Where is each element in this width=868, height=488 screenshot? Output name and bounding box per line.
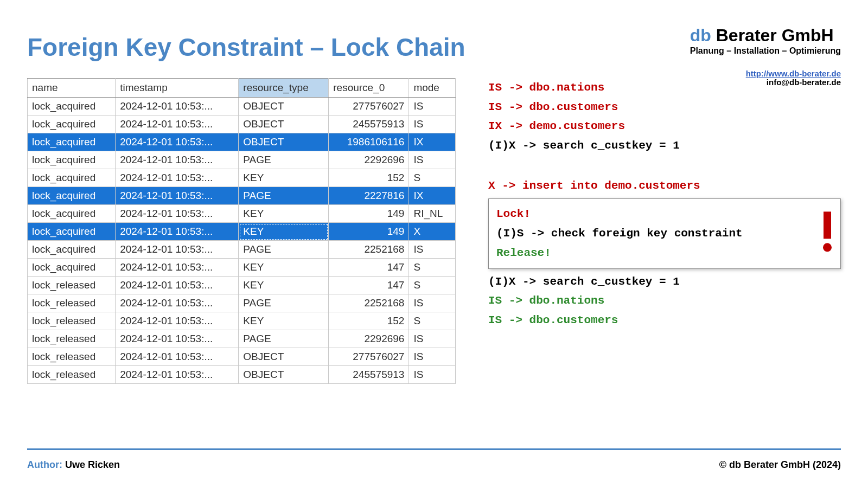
- cell-resource-type: OBJECT: [239, 115, 329, 133]
- cell-name: lock_released: [28, 312, 116, 330]
- lock-label: Lock!: [496, 204, 833, 224]
- cell-resource-0: 245575913: [329, 366, 409, 384]
- cell-name: lock_acquired: [28, 259, 116, 277]
- table-row[interactable]: lock_released2024-12-01 10:53:...OBJECT2…: [28, 348, 456, 366]
- exclamation-icon: [823, 211, 832, 252]
- cell-mode: IS: [409, 366, 456, 384]
- cell-name: lock_acquired: [28, 223, 116, 241]
- cell-mode: IX: [409, 133, 456, 151]
- explain-line: (I)X -> search c_custkey = 1: [488, 272, 841, 292]
- release-label: Release!: [496, 243, 833, 263]
- cell-resource-0: 245575913: [329, 115, 409, 133]
- table-row[interactable]: lock_released2024-12-01 10:53:...KEY147S: [28, 277, 456, 294]
- cell-timestamp: 2024-12-01 10:53:...: [116, 312, 239, 330]
- table-row[interactable]: lock_released2024-12-01 10:53:...OBJECT2…: [28, 366, 456, 384]
- table-body: lock_acquired2024-12-01 10:53:...OBJECT2…: [28, 98, 456, 384]
- cell-mode: IS: [409, 348, 456, 366]
- cell-mode: S: [409, 277, 456, 294]
- cell-resource-type: OBJECT: [239, 348, 329, 366]
- branding-rest: Berater GmbH: [711, 25, 834, 45]
- table-row[interactable]: lock_released2024-12-01 10:53:...PAGE225…: [28, 294, 456, 312]
- explain-line-x: X -> insert into demo.customers: [488, 176, 841, 196]
- cell-resource-type: KEY: [239, 223, 329, 241]
- cell-resource-0: 149: [329, 205, 409, 223]
- table-row[interactable]: lock_acquired2024-12-01 10:53:...PAGE222…: [28, 187, 456, 205]
- footer: Author: Uwe Ricken © db Berater GmbH (20…: [27, 459, 841, 471]
- table-row[interactable]: lock_acquired2024-12-01 10:53:...KEY152S: [28, 169, 456, 187]
- cell-mode: S: [409, 312, 456, 330]
- cell-resource-type: OBJECT: [239, 366, 329, 384]
- cell-resource-0: 2252168: [329, 241, 409, 259]
- cell-timestamp: 2024-12-01 10:53:...: [116, 151, 239, 169]
- col-timestamp[interactable]: timestamp: [116, 79, 239, 98]
- col-mode[interactable]: mode: [409, 79, 456, 98]
- table-row[interactable]: lock_released2024-12-01 10:53:...PAGE229…: [28, 330, 456, 348]
- table-row[interactable]: lock_acquired2024-12-01 10:53:...OBJECT2…: [28, 98, 456, 115]
- cell-name: lock_acquired: [28, 115, 116, 133]
- explain-line: IS -> dbo.customers: [488, 311, 841, 330]
- cell-resource-0: 2252168: [329, 294, 409, 312]
- explain-column: IS -> dbo.nationsIS -> dbo.customersIX -…: [488, 78, 841, 384]
- lock-table: name timestamp resource_type resource_0 …: [27, 78, 456, 384]
- cell-timestamp: 2024-12-01 10:53:...: [116, 277, 239, 294]
- cell-resource-type: OBJECT: [239, 98, 329, 115]
- cell-resource-type: PAGE: [239, 187, 329, 205]
- cell-name: lock_acquired: [28, 133, 116, 151]
- cell-mode: IS: [409, 330, 456, 348]
- cell-name: lock_acquired: [28, 205, 116, 223]
- table-row[interactable]: lock_acquired2024-12-01 10:53:...PAGE229…: [28, 151, 456, 169]
- branding-block: db Berater GmbH Planung – Installation –…: [690, 26, 841, 87]
- lock-table-wrap: name timestamp resource_type resource_0 …: [27, 78, 456, 384]
- col-resource-type[interactable]: resource_type: [239, 79, 329, 98]
- cell-resource-type: KEY: [239, 312, 329, 330]
- cell-resource-type: KEY: [239, 259, 329, 277]
- branding-company: db Berater GmbH: [690, 26, 841, 45]
- col-resource-0[interactable]: resource_0: [329, 79, 409, 98]
- table-row[interactable]: lock_released2024-12-01 10:53:...KEY152S: [28, 312, 456, 330]
- cell-mode: X: [409, 223, 456, 241]
- cell-name: lock_released: [28, 277, 116, 294]
- col-name[interactable]: name: [28, 79, 116, 98]
- cell-resource-type: KEY: [239, 205, 329, 223]
- cell-name: lock_released: [28, 348, 116, 366]
- table-row[interactable]: lock_acquired2024-12-01 10:53:...KEY149X: [28, 223, 456, 241]
- cell-timestamp: 2024-12-01 10:53:...: [116, 366, 239, 384]
- cell-resource-0: 277576027: [329, 98, 409, 115]
- cell-resource-type: KEY: [239, 277, 329, 294]
- slide: db Berater GmbH Planung – Installation –…: [0, 0, 868, 488]
- cell-resource-0: 2292696: [329, 330, 409, 348]
- cell-resource-0: 147: [329, 259, 409, 277]
- cell-resource-type: PAGE: [239, 330, 329, 348]
- table-row[interactable]: lock_acquired2024-12-01 10:53:...OBJECT1…: [28, 133, 456, 151]
- cell-name: lock_acquired: [28, 169, 116, 187]
- content-area: name timestamp resource_type resource_0 …: [27, 78, 841, 384]
- cell-name: lock_acquired: [28, 98, 116, 115]
- branding-url-link[interactable]: http://www.db-berater.de: [746, 69, 841, 78]
- cell-name: lock_acquired: [28, 187, 116, 205]
- table-row[interactable]: lock_acquired2024-12-01 10:53:...OBJECT2…: [28, 115, 456, 133]
- cell-name: lock_acquired: [28, 241, 116, 259]
- cell-resource-type: PAGE: [239, 241, 329, 259]
- cell-name: lock_released: [28, 366, 116, 384]
- branding-email: info@db-berater.de: [767, 78, 841, 87]
- lock-release-box: Lock! (I)S -> check foreign key constrai…: [488, 198, 841, 268]
- cell-resource-0: 152: [329, 312, 409, 330]
- table-row[interactable]: lock_acquired2024-12-01 10:53:...KEY147S: [28, 259, 456, 277]
- cell-resource-0: 2227816: [329, 187, 409, 205]
- cell-timestamp: 2024-12-01 10:53:...: [116, 241, 239, 259]
- cell-name: lock_acquired: [28, 151, 116, 169]
- author-block: Author: Uwe Ricken: [27, 459, 120, 471]
- author-label: Author:: [27, 459, 62, 470]
- cell-timestamp: 2024-12-01 10:53:...: [116, 294, 239, 312]
- cell-mode: IS: [409, 98, 456, 115]
- cell-timestamp: 2024-12-01 10:53:...: [116, 115, 239, 133]
- cell-timestamp: 2024-12-01 10:53:...: [116, 348, 239, 366]
- author-name: Uwe Ricken: [65, 459, 120, 470]
- cell-mode: IS: [409, 151, 456, 169]
- cell-resource-0: 152: [329, 169, 409, 187]
- table-row[interactable]: lock_acquired2024-12-01 10:53:...KEY149R…: [28, 205, 456, 223]
- branding-tagline: Planung – Installation – Optimierung: [690, 46, 841, 56]
- cell-mode: IS: [409, 115, 456, 133]
- cell-resource-type: PAGE: [239, 294, 329, 312]
- table-row[interactable]: lock_acquired2024-12-01 10:53:...PAGE225…: [28, 241, 456, 259]
